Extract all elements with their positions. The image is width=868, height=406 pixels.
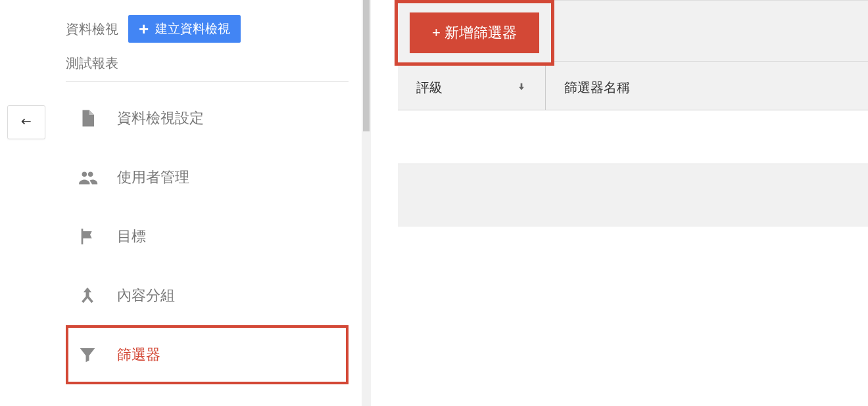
sidebar: 資料檢視 + 建立資料檢視 測試報表 資料檢視設定 使用者管理 [0,0,362,406]
vertical-scrollbar[interactable] [362,0,371,406]
table-header: 評級 篩選器名稱 [398,66,868,110]
file-icon [76,107,99,129]
nav-item-content-grouping[interactable]: 內容分組 [66,266,349,325]
svg-point-0 [82,172,87,177]
flag-icon [76,225,99,248]
create-view-button[interactable]: + 建立資料檢視 [128,15,241,43]
back-button[interactable] [7,105,45,139]
column-label: 評級 [416,79,443,97]
toolbar-highlight: + 新增篩選器 [395,0,554,66]
nav-item-view-settings[interactable]: 資料檢視設定 [66,89,349,148]
back-arrow-icon [18,115,35,130]
add-filter-button[interactable]: + 新增篩選器 [410,12,539,53]
plus-icon: + [139,20,149,37]
plus-icon: + [432,24,441,41]
merge-icon [76,284,99,307]
nav-label: 使用者管理 [117,168,189,187]
table-body [398,110,868,164]
sort-down-icon [516,80,527,95]
nav-label: 資料檢視設定 [117,108,204,128]
scrollbar-thumb[interactable] [363,0,370,131]
filters-table: 評級 篩選器名稱 [398,66,868,227]
nav-item-filters[interactable]: 篩選器 [66,325,349,384]
nav-label: 目標 [117,227,146,246]
svg-point-1 [88,172,93,177]
sidebar-subheader: 測試報表 [66,55,349,82]
table-row [398,110,868,164]
toolbar-spacer [554,0,868,62]
nav-item-user-management[interactable]: 使用者管理 [66,148,349,207]
create-view-label: 建立資料檢視 [155,20,230,37]
nav-item-goals[interactable]: 目標 [66,207,349,266]
add-filter-label: 新增篩選器 [445,23,517,43]
column-header-rank[interactable]: 評級 [398,66,546,110]
nav-label: 篩選器 [117,345,160,365]
view-label: 資料檢視 [66,20,118,38]
nav-label: 內容分組 [117,286,175,305]
filter-icon [76,344,99,366]
main-content: + 新增篩選器 評級 篩選器名稱 [398,0,868,227]
column-header-name[interactable]: 篩選器名稱 [546,66,868,110]
column-label: 篩選器名稱 [564,79,630,97]
users-icon [76,166,99,189]
nav-list: 資料檢視設定 使用者管理 目標 內容分組 [66,89,349,384]
table-footer [398,164,868,227]
sidebar-header: 資料檢視 + 建立資料檢視 [66,15,349,43]
sidebar-content: 資料檢視 + 建立資料檢視 測試報表 資料檢視設定 使用者管理 [66,15,349,384]
toolbar: + 新增篩選器 [398,0,868,66]
